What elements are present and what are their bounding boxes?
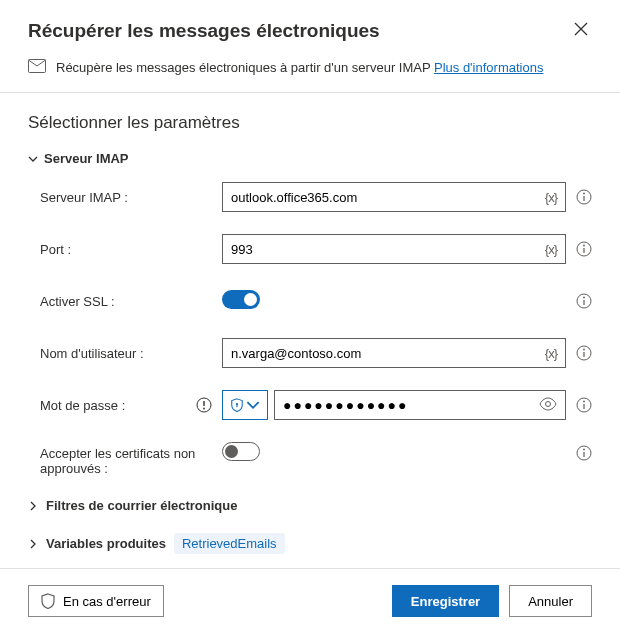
port-input[interactable] [231,235,545,263]
label-ssl: Activer SSL : [40,294,115,309]
info-button-username[interactable] [576,345,592,361]
info-icon [576,189,592,205]
group-filters-label: Filtres de courrier électronique [46,498,237,513]
svg-point-2 [583,193,585,195]
eye-icon [539,397,557,411]
input-wrap-server: {x} [222,182,566,212]
info-icon [576,445,592,461]
produced-variable-chip[interactable]: RetrievedEmails [174,533,285,554]
dialog-retrieve-emails: Récupérer les messages électroniques Réc… [0,0,620,633]
row-imap-server: Serveur IMAP : {x} [28,182,592,212]
dialog-title: Récupérer les messages électroniques [28,20,380,42]
info-button-port[interactable] [576,241,592,257]
label-accept-certs: Accepter les certificats non approuvés : [40,446,222,476]
svg-point-10 [203,408,205,410]
dialog-header: Récupérer les messages électroniques [0,0,620,53]
row-ssl: Activer SSL : [28,286,592,316]
ssl-toggle[interactable] [222,290,260,309]
password-mode-dropdown[interactable] [222,390,268,420]
shield-icon [230,398,244,412]
info-button-password[interactable] [576,397,592,413]
svg-point-12 [546,401,551,406]
svg-point-6 [583,297,585,299]
info-icon [576,293,592,309]
info-button-ssl[interactable] [576,293,592,309]
more-info-link[interactable]: Plus d'informations [434,60,543,75]
input-wrap-port: {x} [222,234,566,264]
reveal-password-button[interactable] [539,397,557,414]
password-input[interactable] [283,397,539,413]
shield-outline-icon [41,593,55,609]
svg-point-4 [583,245,585,247]
variable-token-button[interactable]: {x} [545,346,557,361]
label-username: Nom d'utilisateur : [40,346,144,361]
info-button-certs[interactable] [576,445,592,461]
section-title: Sélectionner les paramètres [28,113,592,133]
variable-token-button[interactable]: {x} [545,190,557,205]
chevron-down-icon [28,154,38,164]
label-imap-server: Serveur IMAP : [40,190,128,205]
save-button[interactable]: Enregistrer [392,585,499,617]
chevron-down-icon [246,398,260,412]
row-port: Port : {x} [28,234,592,264]
svg-point-14 [583,401,585,403]
group-title-text: Serveur IMAP [44,151,129,166]
row-password: Mot de passe : [28,390,592,420]
username-input[interactable] [231,339,545,367]
info-icon [576,345,592,361]
variable-token-button[interactable]: {x} [545,242,557,257]
info-text: Récupère les messages électroniques à pa… [56,60,543,75]
imap-server-input[interactable] [231,183,545,211]
mail-icon [28,59,46,76]
info-icon [576,397,592,413]
on-error-button[interactable]: En cas d'erreur [28,585,164,617]
chevron-right-icon [28,501,38,511]
group-variables-produced[interactable]: Variables produites RetrievedEmails [28,533,592,554]
info-bar: Récupère les messages électroniques à pa… [0,53,620,93]
on-error-label: En cas d'erreur [63,594,151,609]
group-email-filters[interactable]: Filtres de courrier électronique [28,498,592,513]
info-icon [576,241,592,257]
svg-point-11 [236,403,238,405]
svg-point-8 [583,349,585,351]
close-icon [574,22,588,36]
input-wrap-username: {x} [222,338,566,368]
accept-certs-toggle[interactable] [222,442,260,461]
group-imap-header[interactable]: Serveur IMAP [28,151,592,166]
row-accept-certs: Accepter les certificats non approuvés : [28,442,592,476]
row-username: Nom d'utilisateur : {x} [28,338,592,368]
label-port: Port : [40,242,71,257]
close-button[interactable] [570,18,592,43]
warning-icon[interactable] [196,397,212,413]
chevron-right-icon [28,539,38,549]
dialog-footer: En cas d'erreur Enregistrer Annuler [0,568,620,633]
svg-point-16 [583,449,585,451]
dialog-content: Sélectionner les paramètres Serveur IMAP… [0,93,620,568]
input-wrap-password [274,390,566,420]
group-produced-label: Variables produites [46,536,166,551]
cancel-button[interactable]: Annuler [509,585,592,617]
info-button-server[interactable] [576,189,592,205]
label-password: Mot de passe : [40,398,125,413]
